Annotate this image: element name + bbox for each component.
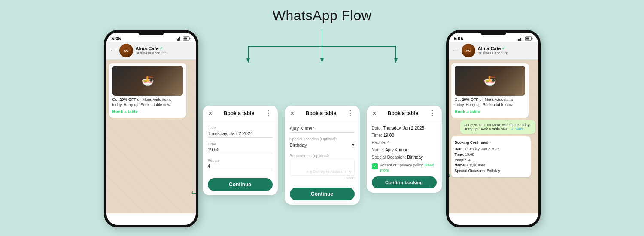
card3-date-row: Date: Thursday, Jan 2 2025: [372, 126, 437, 130]
page-title: WhatsApp Flow: [0, 0, 644, 24]
right-chat-bubble: 🍜 Get 20% OFF on Menu wide items today. …: [451, 63, 529, 118]
svg-rect-21: [526, 38, 529, 40]
card2-title: Book a table: [306, 110, 336, 116]
card2-occasion-select[interactable]: Birthday ▾: [290, 142, 355, 149]
chevron-down-icon: ▾: [352, 142, 355, 148]
card1-time-field: Time 19.00: [208, 142, 273, 154]
right-phone-time: 5:05: [454, 36, 463, 41]
card3-occasion-row: Special Occasion: Birthday: [372, 155, 437, 160]
card1-close-icon[interactable]: ✕: [208, 110, 213, 117]
left-contact-info: Alma Cafe ✓ Business account: [136, 46, 192, 55]
booking-confirmed-bubble: Booking Confirmed: Date: Thursday, Jan 2…: [451, 136, 531, 177]
card2-char-count: 0/300: [290, 176, 355, 180]
right-book-link[interactable]: Book a table: [455, 109, 480, 114]
food-icon: 🍜: [141, 75, 154, 87]
card3-body: Date: Thursday, Jan 2 2025 Time: 19.00 P…: [367, 121, 442, 193]
svg-rect-9: [177, 39, 178, 41]
card2-requirement-field: Requirement (optional) e.g Dietary or Ac…: [290, 154, 355, 180]
right-avatar-image: AC: [462, 44, 475, 57]
right-sent-bubble: Get 20% OFF on Menu wide items today! Hu…: [460, 120, 535, 134]
card3-title: Book a table: [388, 110, 418, 116]
svg-rect-18: [522, 37, 522, 41]
svg-rect-16: [519, 39, 520, 41]
left-phone-icons: [176, 36, 191, 41]
card2-header: ✕ Book a table ⋮: [285, 106, 360, 121]
card2-occasion-field: Special occasion (Optional) Birthday ▾: [290, 137, 355, 149]
card1-continue-button[interactable]: Continue: [208, 178, 273, 191]
card2-more-icon[interactable]: ⋮: [347, 111, 354, 115]
left-book-link[interactable]: Book a table: [112, 109, 138, 114]
chat-food-image: 🍜: [112, 66, 183, 96]
card1-date-label: Date: [208, 126, 273, 130]
left-chat-bg: 🍜 Get 20% OFF on Menu wide items today. …: [106, 60, 196, 213]
back-arrow-icon[interactable]: ←: [110, 47, 117, 54]
right-phone-status-bar: 5:05: [449, 33, 538, 42]
svg-rect-14: [183, 38, 187, 40]
privacy-text: Accept our privacy policy. Read more: [380, 163, 437, 173]
card1-header: ✕ Book a table ⋮: [203, 106, 278, 121]
card1-time-value[interactable]: 19.00: [208, 147, 273, 154]
card2-req-textarea[interactable]: e.g Dietary or Accessibility: [290, 159, 355, 176]
left-chat-text: Get 20% OFF on Menu wide items today. Hu…: [112, 97, 183, 107]
flow-section: ✕ Book a table ⋮ Date Thursday, Jan 2 20…: [203, 30, 442, 205]
left-chat-bubble: 🍜 Get 20% OFF on Menu wide items today. …: [109, 63, 186, 118]
card3-confirm-button[interactable]: Confirm booking: [372, 176, 437, 188]
svg-rect-11: [179, 37, 180, 41]
card2-req-label: Requirement (optional): [290, 154, 355, 158]
right-contact-info: Alma Cafe ✓ Business account: [478, 46, 535, 55]
right-back-arrow-icon[interactable]: ←: [452, 47, 459, 54]
card3-close-icon[interactable]: ✕: [372, 110, 377, 117]
card3-people-row: People: 4: [372, 140, 437, 145]
card1-title: Book a table: [224, 110, 254, 116]
main-container: 5:05 ← AC: [0, 26, 644, 227]
battery-icon: [183, 36, 191, 41]
card1-date-field: Date Thursday, Jan 2 2024: [208, 126, 273, 138]
card1-date-value[interactable]: Thursday, Jan 2 2024: [208, 131, 273, 138]
left-contact-name: Alma Cafe ✓: [136, 46, 192, 51]
card2: ✕ Book a table ⋮ Ajay Kumar Special occa…: [285, 106, 360, 205]
sent-status-icon: ✓ Sent: [511, 127, 523, 131]
card3-time-row: Time: 19.00: [372, 133, 437, 138]
svg-rect-8: [176, 39, 176, 41]
card2-body: Ajay Kumar Special occasion (Optional) B…: [285, 121, 360, 205]
right-chat-bg: 🍜 Get 20% OFF on Menu wide items today. …: [449, 60, 538, 213]
right-phone-icons: [518, 36, 533, 41]
card2-name-value[interactable]: Ajay Kumar: [290, 126, 355, 133]
card2-occasion-label: Special occasion (Optional): [290, 137, 355, 141]
left-phone-time: 5:05: [112, 36, 121, 41]
privacy-checkbox[interactable]: ✓: [372, 163, 378, 169]
card2-name-field: Ajay Kumar: [290, 126, 355, 133]
card3-name-row: Name: Ajay Kumar: [372, 148, 437, 152]
card3-more-icon[interactable]: ⋮: [429, 111, 436, 115]
card1-people-label: People: [208, 158, 273, 163]
card3-privacy-row: ✓ Accept our privacy policy. Read more: [372, 163, 437, 173]
right-chat-food-image: 🍜: [455, 66, 525, 96]
svg-rect-10: [178, 38, 179, 41]
left-contact-sub: Business account: [136, 51, 192, 55]
left-avatar: AC: [119, 44, 133, 57]
card1-time-label: Time: [208, 142, 273, 146]
card1-people-value[interactable]: 4: [208, 163, 273, 170]
svg-rect-17: [520, 38, 521, 41]
svg-rect-20: [532, 38, 532, 39]
svg-rect-15: [518, 39, 519, 41]
svg-rect-13: [189, 38, 190, 39]
right-contact-sub: Business account: [478, 51, 535, 55]
card2-close-icon[interactable]: ✕: [290, 110, 295, 117]
card2-continue-button[interactable]: Continue: [290, 188, 355, 200]
verified-badge-icon: ✓: [160, 46, 163, 51]
left-phone-status-bar: 5:05: [106, 33, 196, 42]
left-phone: 5:05 ← AC: [104, 30, 198, 227]
right-phone: 5:05 ← AC: [446, 30, 541, 227]
left-phone-header: ← AC Alma Cafe ✓ Business account: [106, 42, 196, 60]
card1-people-field: People 4: [208, 158, 273, 170]
card3-header: ✕ Book a table ⋮: [367, 106, 442, 121]
avatar-image: AC: [119, 44, 133, 57]
card3: ✕ Book a table ⋮ Date: Thursday, Jan 2 2…: [367, 106, 442, 193]
flow-cards-row: ✕ Book a table ⋮ Date Thursday, Jan 2 20…: [203, 106, 442, 205]
card1-more-icon[interactable]: ⋮: [265, 111, 272, 115]
right-chat-text: Get 20% OFF on Menu wide items today. Hu…: [455, 97, 525, 107]
right-battery-icon: [525, 36, 533, 41]
right-signal-icon: [518, 36, 524, 41]
right-food-icon: 🍜: [483, 75, 496, 87]
